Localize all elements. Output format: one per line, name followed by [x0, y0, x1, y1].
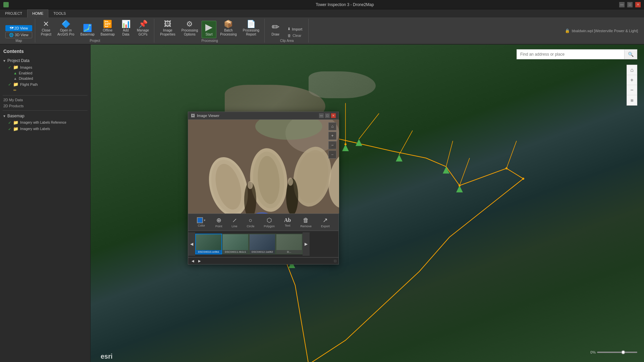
viewer-pan-button[interactable]: ↔: [328, 150, 336, 159]
image-viewer-icon: 🖼: [191, 113, 195, 118]
project-buttons: ✕ CloseProject 🔷 Open inArcGIS Pro 🗾 Bas…: [39, 19, 151, 38]
draw-icon: ✏: [272, 22, 279, 32]
viewer-zoom-out-button[interactable]: −: [328, 141, 336, 149]
folder-icon-imagery-ref: 📁: [13, 120, 18, 125]
close-project-button[interactable]: ✕ CloseProject: [39, 19, 54, 38]
color-tool[interactable]: ▼ Color: [195, 217, 208, 228]
sidebar-item-flight-path[interactable]: ✓ 📁 Flight Path: [0, 81, 90, 87]
clear-button[interactable]: 🗑 Clear: [284, 33, 306, 38]
thumbnail-0[interactable]: DSC04010-ce9b1: [195, 234, 222, 254]
offline-basemap-icon: 📴: [103, 20, 112, 28]
line-tool[interactable]: ─ Line: [229, 216, 239, 229]
manage-gcps-button[interactable]: 📌 ManageGCPs: [135, 19, 151, 38]
maximize-button[interactable]: □: [627, 2, 633, 7]
map-area[interactable]: 🔍 ⌂ + − ⊞ 0% esri 🖼 Image Viewer: [91, 45, 644, 362]
thumbnail-strip: ◀ DSC04010-ce9b1 DSC04011-4b1c1 DSC04012…: [188, 231, 338, 257]
sidebar-item-imagery-labels-ref[interactable]: ✓ 📁 Imagery with Labels Reference: [0, 119, 90, 126]
batch-processing-icon: 📦: [224, 20, 233, 28]
point-tool[interactable]: ⊕ Point: [213, 216, 224, 229]
search-button[interactable]: 🔍: [624, 50, 637, 59]
minimize-button[interactable]: —: [619, 2, 625, 7]
3d-view-button[interactable]: 🌐 3D View: [5, 32, 32, 38]
draw-button[interactable]: ✏ Draw: [268, 21, 283, 38]
clip-buttons: ✏ Draw ⬇ Import 🗑 Clear: [268, 19, 306, 38]
zoom-thumb[interactable]: [621, 350, 625, 354]
open-arcgis-pro-button[interactable]: 🔷 Open inArcGIS Pro: [55, 19, 77, 38]
text-tool[interactable]: Ab Text: [282, 217, 293, 228]
2d-view-button[interactable]: 🗺 2D View: [5, 25, 32, 31]
viewer-home-button[interactable]: ⌂: [328, 122, 336, 130]
close-button[interactable]: ✕: [635, 2, 641, 7]
remove-tool-icon: 🗑: [303, 217, 309, 224]
thumbnail-2[interactable]: DSC04012-1a062: [249, 234, 276, 254]
image-viewer-minimize[interactable]: —: [319, 113, 324, 118]
batch-processing-button[interactable]: 📦 BatchProcessing: [218, 19, 239, 38]
sidebar-item-imagery-labels[interactable]: ✓ 📁 Imagery with Labels: [0, 126, 90, 132]
thumbnail-next-button[interactable]: ▶: [303, 232, 310, 256]
thumbnail-3[interactable]: D...: [276, 234, 303, 254]
start-button[interactable]: ▶ Start: [202, 21, 216, 38]
color-arrow: ▼: [203, 219, 206, 222]
circle-tool-icon: ○: [249, 217, 253, 224]
polygon-tool-label: Polygon: [264, 225, 275, 228]
basemap-button[interactable]: 🗾 Basemap: [78, 23, 97, 38]
viewer-zoom-in-button[interactable]: +: [328, 132, 336, 140]
triangle-icon-disabled: ▲: [13, 76, 17, 80]
tab-home[interactable]: HOME: [27, 9, 48, 18]
ribbon-group-project-label: Project: [39, 39, 151, 43]
export-tool[interactable]: ↗ Export: [319, 216, 332, 229]
thumbnail-1[interactable]: DSC04011-4b1c1: [222, 234, 249, 254]
circle-tool[interactable]: ○ Circle: [245, 216, 256, 229]
image-properties-button[interactable]: 🖼 ImageProperties: [158, 19, 178, 38]
viewer-strip-prev[interactable]: ◀: [190, 259, 196, 263]
ribbon: PROJECT HOME TOOLS 🗺 2D View 🌐 3D View M…: [0, 9, 644, 45]
home-button[interactable]: ⌂: [627, 65, 637, 75]
map-search[interactable]: 🔍: [517, 49, 637, 59]
line-tool-label: Line: [231, 225, 237, 228]
sidebar-section-header-project-data[interactable]: ▼ Project Data: [0, 57, 90, 64]
import-button[interactable]: ⬇ Import: [284, 26, 306, 32]
thumbnail-label-2: DSC04012-1a062: [250, 250, 275, 254]
sidebar-section-header-basemap[interactable]: ▼ Basemap: [0, 113, 90, 119]
enabled-label: Enabled: [19, 71, 32, 75]
add-data-button[interactable]: 📊 AddData: [118, 19, 133, 38]
clear-icon: 🗑: [287, 34, 291, 38]
sidebar-item-disabled[interactable]: ▲ Disabled: [0, 76, 90, 81]
viewer-toolbar: ▼ Color ⊕ Point ─ Line ○ Circle ⬡: [188, 214, 338, 231]
zoom-track[interactable]: [597, 352, 637, 353]
offline-basemap-button[interactable]: 📴 OfflineBasemap: [98, 19, 117, 38]
sidebar-item-2d-products[interactable]: 2D Products: [0, 103, 90, 109]
layers-button[interactable]: ⊞: [627, 95, 637, 105]
processing-report-button[interactable]: 📄 ProcessingReport: [240, 19, 262, 38]
sidebar: Contents ▼ Project Data ✓ 📁 Images ▲ Ena…: [0, 45, 91, 362]
ribbon-tabs: PROJECT HOME TOOLS: [0, 9, 644, 17]
window-controls[interactable]: — □ ✕: [619, 2, 641, 7]
processing-options-button[interactable]: ⚙ ProcessingOptions: [179, 19, 200, 38]
sidebar-item-flight-path-pencil[interactable]: ✏: [0, 87, 90, 93]
image-viewer-maximize[interactable]: □: [325, 113, 330, 118]
zoom-out-button[interactable]: −: [627, 85, 637, 95]
check-icon-imagery-ref: ✓: [8, 120, 11, 125]
image-viewer-title: 🖼 Image Viewer: [191, 113, 219, 118]
processing-buttons: 🖼 ImageProperties ⚙ ProcessingOptions ▶ …: [158, 19, 262, 38]
zoom-in-button[interactable]: +: [627, 75, 637, 85]
sidebar-section-project-data: ▼ Project Data ✓ 📁 Images ▲ Enabled ▲ Di…: [0, 57, 90, 94]
image-viewer-titlebar[interactable]: 🖼 Image Viewer — □ ✕: [188, 112, 338, 120]
resize-handle[interactable]: ⊡: [334, 259, 336, 263]
remove-tool[interactable]: 🗑 Remove: [298, 216, 314, 229]
project-data-label: Project Data: [7, 58, 30, 63]
polygon-tool[interactable]: ⬡ Polygon: [262, 216, 277, 229]
map-controls: ⌂ + − ⊞: [627, 65, 637, 106]
sidebar-item-2d-my-data[interactable]: 2D My Data: [0, 97, 90, 103]
ribbon-group-clip: ✏ Draw ⬇ Import 🗑 Clear Clip Area: [265, 19, 309, 43]
user-lock-icon: 🔒: [565, 28, 570, 33]
image-viewer-close[interactable]: ✕: [331, 113, 336, 118]
sidebar-item-enabled[interactable]: ▲ Enabled: [0, 70, 90, 76]
thumbnail-prev-button[interactable]: ◀: [188, 232, 195, 256]
ribbon-group-map-label: Map: [5, 39, 32, 43]
tab-project[interactable]: PROJECT: [0, 9, 27, 17]
search-input[interactable]: [517, 50, 624, 59]
viewer-strip-next[interactable]: ▶: [197, 259, 202, 263]
tab-tools[interactable]: TOOLS: [48, 9, 71, 17]
sidebar-item-images[interactable]: ✓ 📁 Images: [0, 64, 90, 70]
